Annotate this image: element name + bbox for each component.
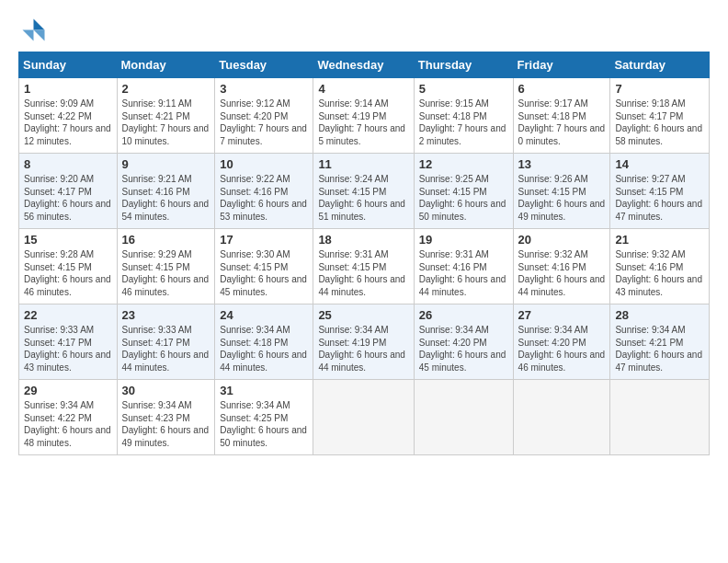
day-number: 14 xyxy=(615,157,704,171)
day-info: Sunrise: 9:31 AMSunset: 4:16 PMDaylight:… xyxy=(419,248,508,298)
logo-icon xyxy=(18,15,46,42)
day-number: 9 xyxy=(122,157,210,171)
calendar-cell: 5 Sunrise: 9:15 AMSunset: 4:18 PMDayligh… xyxy=(414,78,513,154)
day-info: Sunrise: 9:34 AMSunset: 4:19 PMDaylight:… xyxy=(318,324,408,373)
day-number: 16 xyxy=(122,233,210,247)
calendar-cell xyxy=(313,380,414,455)
calendar-cell: 30 Sunrise: 9:34 AMSunset: 4:23 PMDaylig… xyxy=(117,380,215,455)
day-info: Sunrise: 9:34 AMSunset: 4:20 PMDaylight:… xyxy=(419,324,508,373)
weekday-header-sunday: Sunday xyxy=(19,52,118,78)
calendar-cell: 3 Sunrise: 9:12 AMSunset: 4:20 PMDayligh… xyxy=(215,78,313,154)
day-info: Sunrise: 9:34 AMSunset: 4:23 PMDaylight:… xyxy=(122,399,210,449)
calendar-cell: 27 Sunrise: 9:34 AMSunset: 4:20 PMDaylig… xyxy=(513,304,610,380)
calendar-cell: 1 Sunrise: 9:09 AMSunset: 4:22 PMDayligh… xyxy=(19,78,118,154)
svg-marker-2 xyxy=(23,30,34,41)
day-info: Sunrise: 9:34 AMSunset: 4:20 PMDaylight:… xyxy=(518,324,606,373)
day-info: Sunrise: 9:21 AMSunset: 4:16 PMDaylight:… xyxy=(122,173,210,223)
calendar-cell: 15 Sunrise: 9:28 AMSunset: 4:15 PMDaylig… xyxy=(19,229,118,304)
calendar-cell: 17 Sunrise: 9:30 AMSunset: 4:15 PMDaylig… xyxy=(215,229,313,304)
calendar-cell: 22 Sunrise: 9:33 AMSunset: 4:17 PMDaylig… xyxy=(19,304,118,380)
weekday-header-monday: Monday xyxy=(117,52,215,78)
day-number: 27 xyxy=(518,308,606,322)
calendar-cell: 31 Sunrise: 9:34 AMSunset: 4:25 PMDaylig… xyxy=(215,380,313,455)
day-info: Sunrise: 9:34 AMSunset: 4:25 PMDaylight:… xyxy=(220,399,308,449)
day-number: 2 xyxy=(122,82,210,96)
day-number: 18 xyxy=(318,233,408,247)
calendar-week-1: 1 Sunrise: 9:09 AMSunset: 4:22 PMDayligh… xyxy=(19,78,710,154)
calendar-cell: 21 Sunrise: 9:32 AMSunset: 4:16 PMDaylig… xyxy=(610,229,710,304)
day-number: 15 xyxy=(24,233,112,247)
day-info: Sunrise: 9:18 AMSunset: 4:17 PMDaylight:… xyxy=(615,98,704,147)
calendar-cell: 9 Sunrise: 9:21 AMSunset: 4:16 PMDayligh… xyxy=(117,154,215,229)
day-info: Sunrise: 9:22 AMSunset: 4:16 PMDaylight:… xyxy=(220,173,308,223)
svg-marker-1 xyxy=(34,30,45,41)
calendar-cell: 16 Sunrise: 9:29 AMSunset: 4:15 PMDaylig… xyxy=(117,229,215,304)
day-info: Sunrise: 9:14 AMSunset: 4:19 PMDaylight:… xyxy=(318,98,408,147)
day-info: Sunrise: 9:33 AMSunset: 4:17 PMDaylight:… xyxy=(122,324,210,373)
day-info: Sunrise: 9:15 AMSunset: 4:18 PMDaylight:… xyxy=(419,98,508,147)
day-info: Sunrise: 9:12 AMSunset: 4:20 PMDaylight:… xyxy=(220,98,308,147)
calendar-cell: 13 Sunrise: 9:26 AMSunset: 4:15 PMDaylig… xyxy=(513,154,610,229)
calendar-cell: 4 Sunrise: 9:14 AMSunset: 4:19 PMDayligh… xyxy=(313,78,414,154)
calendar-table: SundayMondayTuesdayWednesdayThursdayFrid… xyxy=(18,52,710,455)
day-number: 1 xyxy=(24,82,112,96)
calendar-cell: 11 Sunrise: 9:24 AMSunset: 4:15 PMDaylig… xyxy=(313,154,414,229)
day-number: 7 xyxy=(615,82,704,96)
day-info: Sunrise: 9:24 AMSunset: 4:15 PMDaylight:… xyxy=(318,173,408,223)
day-number: 22 xyxy=(24,308,112,322)
calendar-cell: 24 Sunrise: 9:34 AMSunset: 4:18 PMDaylig… xyxy=(215,304,313,380)
day-info: Sunrise: 9:27 AMSunset: 4:15 PMDaylight:… xyxy=(615,173,704,223)
calendar-week-3: 15 Sunrise: 9:28 AMSunset: 4:15 PMDaylig… xyxy=(19,229,710,304)
day-info: Sunrise: 9:34 AMSunset: 4:18 PMDaylight:… xyxy=(220,324,308,373)
day-number: 24 xyxy=(220,308,308,322)
weekday-header-thursday: Thursday xyxy=(414,52,513,78)
day-number: 26 xyxy=(419,308,508,322)
day-info: Sunrise: 9:09 AMSunset: 4:22 PMDaylight:… xyxy=(24,98,112,147)
day-number: 12 xyxy=(419,157,508,171)
day-info: Sunrise: 9:32 AMSunset: 4:16 PMDaylight:… xyxy=(615,248,704,298)
day-number: 6 xyxy=(518,82,606,96)
svg-marker-0 xyxy=(34,19,45,30)
day-info: Sunrise: 9:17 AMSunset: 4:18 PMDaylight:… xyxy=(518,98,606,147)
calendar-cell: 2 Sunrise: 9:11 AMSunset: 4:21 PMDayligh… xyxy=(117,78,215,154)
calendar-cell: 19 Sunrise: 9:31 AMSunset: 4:16 PMDaylig… xyxy=(414,229,513,304)
day-number: 28 xyxy=(615,308,704,322)
calendar-cell xyxy=(414,380,513,455)
day-info: Sunrise: 9:20 AMSunset: 4:17 PMDaylight:… xyxy=(24,173,112,223)
day-info: Sunrise: 9:30 AMSunset: 4:15 PMDaylight:… xyxy=(220,248,308,298)
weekday-header-tuesday: Tuesday xyxy=(215,52,313,78)
day-number: 3 xyxy=(220,82,308,96)
day-number: 19 xyxy=(419,233,508,247)
calendar-cell xyxy=(513,380,610,455)
day-number: 5 xyxy=(419,82,508,96)
page: SundayMondayTuesdayWednesdayThursdayFrid… xyxy=(0,0,728,465)
calendar-cell: 6 Sunrise: 9:17 AMSunset: 4:18 PMDayligh… xyxy=(513,78,610,154)
day-number: 20 xyxy=(518,233,606,247)
calendar-cell: 23 Sunrise: 9:33 AMSunset: 4:17 PMDaylig… xyxy=(117,304,215,380)
calendar-week-5: 29 Sunrise: 9:34 AMSunset: 4:22 PMDaylig… xyxy=(19,380,710,455)
day-number: 30 xyxy=(122,384,210,397)
day-info: Sunrise: 9:32 AMSunset: 4:16 PMDaylight:… xyxy=(518,248,606,298)
day-info: Sunrise: 9:31 AMSunset: 4:15 PMDaylight:… xyxy=(318,248,408,298)
day-info: Sunrise: 9:33 AMSunset: 4:17 PMDaylight:… xyxy=(24,324,112,373)
calendar-cell: 26 Sunrise: 9:34 AMSunset: 4:20 PMDaylig… xyxy=(414,304,513,380)
calendar-cell: 18 Sunrise: 9:31 AMSunset: 4:15 PMDaylig… xyxy=(313,229,414,304)
day-info: Sunrise: 9:26 AMSunset: 4:15 PMDaylight:… xyxy=(518,173,606,223)
day-number: 10 xyxy=(220,157,308,171)
calendar-cell: 12 Sunrise: 9:25 AMSunset: 4:15 PMDaylig… xyxy=(414,154,513,229)
calendar-week-2: 8 Sunrise: 9:20 AMSunset: 4:17 PMDayligh… xyxy=(19,154,710,229)
header xyxy=(18,15,710,42)
calendar-cell: 20 Sunrise: 9:32 AMSunset: 4:16 PMDaylig… xyxy=(513,229,610,304)
day-info: Sunrise: 9:34 AMSunset: 4:22 PMDaylight:… xyxy=(24,399,112,449)
calendar-cell: 14 Sunrise: 9:27 AMSunset: 4:15 PMDaylig… xyxy=(610,154,710,229)
calendar-cell: 25 Sunrise: 9:34 AMSunset: 4:19 PMDaylig… xyxy=(313,304,414,380)
day-number: 4 xyxy=(318,82,408,96)
weekday-header-friday: Friday xyxy=(513,52,610,78)
calendar-week-4: 22 Sunrise: 9:33 AMSunset: 4:17 PMDaylig… xyxy=(19,304,710,380)
weekday-header-wednesday: Wednesday xyxy=(313,52,414,78)
day-info: Sunrise: 9:34 AMSunset: 4:21 PMDaylight:… xyxy=(615,324,704,373)
calendar-cell: 28 Sunrise: 9:34 AMSunset: 4:21 PMDaylig… xyxy=(610,304,710,380)
day-number: 17 xyxy=(220,233,308,247)
day-info: Sunrise: 9:11 AMSunset: 4:21 PMDaylight:… xyxy=(122,98,210,147)
calendar-cell: 8 Sunrise: 9:20 AMSunset: 4:17 PMDayligh… xyxy=(19,154,118,229)
